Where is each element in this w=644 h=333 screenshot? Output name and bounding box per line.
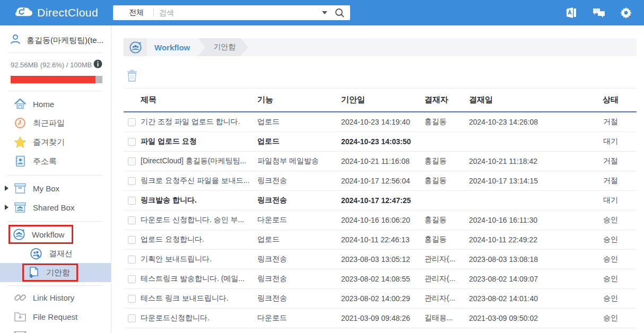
user-icon bbox=[10, 33, 21, 47]
recent-files-icon bbox=[14, 117, 27, 129]
column-header-title[interactable]: 제목 bbox=[141, 95, 257, 105]
storage-usage-text: 92.56MB (92.6%) / 100MB bbox=[11, 61, 92, 69]
workflow-red-highlight-box: Workflow bbox=[8, 225, 73, 244]
row-checkbox[interactable] bbox=[128, 197, 136, 205]
row-approval-date: 2023-08-02 14:09:07 bbox=[469, 275, 585, 283]
directcloud-logo[interactable]: DirectCloud bbox=[15, 5, 108, 20]
search-icon[interactable] bbox=[335, 8, 345, 18]
row-checkbox-cell bbox=[124, 197, 141, 205]
sidebar-item-link-history[interactable]: Link History bbox=[0, 288, 111, 307]
column-header-status[interactable]: 상태 bbox=[585, 95, 637, 105]
storage-info: 92.56MB (92.6%) / 100MB bbox=[0, 53, 111, 71]
search-scope-select[interactable]: 전체 bbox=[113, 8, 153, 17]
sidebar-item-my-box[interactable]: My Box bbox=[0, 179, 111, 198]
row-approver: 홍길동 bbox=[424, 156, 469, 166]
row-title[interactable]: 기획안 보내드립니다. bbox=[141, 255, 257, 264]
sidebar-item-file-request[interactable]: File Request bbox=[0, 307, 111, 326]
shared-box-icon bbox=[14, 202, 27, 213]
breadcrumb-root[interactable]: Workflow bbox=[154, 43, 190, 52]
column-header-function[interactable]: 기능 bbox=[257, 95, 341, 105]
draftbox-red-highlight-box: 기안함 bbox=[22, 264, 78, 282]
table-row[interactable]: 다운로드 신청합니다. 승인 부... 다운로드 2024-10-16 16:0… bbox=[124, 211, 637, 230]
office-a-icon[interactable] bbox=[564, 6, 578, 20]
row-title[interactable]: 다운로드 신청합니다. 승인 부... bbox=[141, 215, 257, 225]
row-checkbox[interactable] bbox=[128, 236, 136, 244]
expand-triangle-icon[interactable] bbox=[5, 205, 8, 210]
row-draft-date: 2024-10-11 22:46:13 bbox=[341, 235, 424, 244]
row-checkbox[interactable] bbox=[128, 138, 136, 146]
mail-icon bbox=[14, 331, 27, 333]
row-function: 업로드 bbox=[257, 235, 341, 244]
table-row[interactable]: 기간 조정 파일 업로드 합니다. 업로드 2024-10-23 14:19:4… bbox=[124, 112, 637, 132]
table-row[interactable]: 파일 업로드 요청 업로드 2024-10-23 14:03:50 대기 bbox=[124, 132, 637, 152]
table-row[interactable]: 업로드 요청합니다. 업로드 2024-10-11 22:46:13 홍길동 2… bbox=[124, 230, 637, 250]
row-checkbox[interactable] bbox=[128, 118, 136, 126]
row-checkbox-cell bbox=[124, 275, 141, 283]
sidebar-item-workflow[interactable]: Workflow bbox=[0, 225, 111, 244]
address-book-icon bbox=[14, 155, 27, 167]
column-header-draft-date[interactable]: 기안일 bbox=[341, 95, 424, 105]
row-title[interactable]: 기간 조정 파일 업로드 합니다. bbox=[141, 117, 257, 127]
row-checkbox[interactable] bbox=[128, 295, 136, 303]
row-title[interactable]: [DirectCloud] 홍길동(마케팅팀... bbox=[141, 156, 257, 166]
gear-icon[interactable] bbox=[620, 6, 632, 19]
row-approver: 관리자(... bbox=[424, 274, 469, 284]
expand-triangle-icon[interactable] bbox=[5, 186, 8, 191]
sidebar-item-label: 즐겨찾기 bbox=[33, 137, 65, 147]
row-function: 파일첨부 메일발송 bbox=[257, 156, 341, 166]
row-checkbox-cell bbox=[124, 314, 141, 322]
row-title[interactable]: 링크발송 합니다. bbox=[141, 196, 257, 205]
trash-icon[interactable] bbox=[126, 68, 138, 83]
sidebar-item-shared-box[interactable]: Shared Box bbox=[0, 198, 111, 217]
draftbox-icon bbox=[27, 266, 40, 279]
chat-icon[interactable] bbox=[592, 6, 606, 19]
table-row[interactable]: 기획안 보내드립니다. 링크전송 2023-08-03 13:05:12 관리자… bbox=[124, 250, 637, 269]
sidebar-item-favorites[interactable]: 즐겨찾기 bbox=[0, 133, 111, 152]
row-checkbox[interactable] bbox=[128, 314, 136, 322]
table-row[interactable]: 테스트 링크 보내드립니다. 링크전송 2023-08-02 14:00:29 … bbox=[124, 289, 637, 309]
sidebar-item-mail[interactable]: Mail bbox=[0, 326, 111, 333]
row-status: 승인 bbox=[585, 274, 637, 284]
row-title[interactable]: 파일 업로드 요청 bbox=[141, 137, 257, 146]
row-title[interactable]: 테스트 링크 보내드립니다. bbox=[141, 294, 257, 303]
user-profile[interactable]: 홍길동(마케팅팀)(te... bbox=[0, 25, 111, 52]
row-approval-date: 2024-10-23 14:26:08 bbox=[469, 118, 585, 126]
sidebar-item-approval-line[interactable]: 결재선 bbox=[0, 244, 111, 263]
sidebar-item-address-book[interactable]: 주소록 bbox=[0, 152, 111, 171]
info-icon[interactable] bbox=[93, 59, 102, 71]
table-row[interactable]: 링크로 요청주신 파일을 보내드... 링크전송 2024-10-17 12:5… bbox=[124, 171, 637, 191]
favorites-star-icon bbox=[14, 136, 27, 148]
table-row[interactable]: 다운로드신청합니다. 다운로드 2021-03-09 09:48:26 길태용.… bbox=[124, 309, 637, 328]
row-checkbox[interactable] bbox=[128, 275, 136, 283]
sidebar-item-home[interactable]: Home bbox=[0, 94, 111, 113]
sidebar-item-label: Workflow bbox=[32, 230, 64, 239]
sidebar-item-label: 기안함 bbox=[46, 268, 70, 278]
row-checkbox[interactable] bbox=[128, 157, 136, 165]
sidebar-item-label: 최근파일 bbox=[33, 118, 65, 128]
row-title[interactable]: 테스트링크 발송합니다. (메일... bbox=[141, 274, 257, 284]
table-row[interactable]: [DirectCloud] 홍길동(마케팅팀... 파일첨부 메일발송 2024… bbox=[124, 152, 637, 171]
column-header-approval-date[interactable]: 결재일 bbox=[469, 95, 585, 105]
row-title[interactable]: 업로드 요청합니다. bbox=[141, 235, 257, 244]
chevron-down-icon[interactable] bbox=[322, 11, 327, 14]
row-title[interactable]: 링크로 요청주신 파일을 보내드... bbox=[141, 176, 257, 186]
row-status: 승인 bbox=[585, 215, 637, 225]
sidebar-item-label: File Request bbox=[33, 312, 77, 321]
list-toolbar bbox=[124, 68, 637, 83]
row-title[interactable]: 다운로드신청합니다. bbox=[141, 313, 257, 323]
breadcrumb-workflow-icon[interactable] bbox=[124, 38, 147, 56]
sidebar-item-draftbox[interactable]: 기안함 bbox=[0, 263, 111, 282]
row-checkbox[interactable] bbox=[128, 216, 136, 224]
storage-progress-fill bbox=[11, 76, 95, 83]
row-approval-date: 2024-10-17 13:14:15 bbox=[469, 177, 585, 185]
row-status: 거절 bbox=[585, 156, 637, 166]
table-row[interactable]: 링크발송 합니다. 링크전송 2024-10-17 12:47:25 대기 bbox=[124, 191, 637, 211]
column-header-approver[interactable]: 결재자 bbox=[424, 95, 469, 105]
table-row[interactable]: 테스트링크 발송합니다. (메일... 링크전송 2023-08-02 14:0… bbox=[124, 269, 637, 289]
row-draft-date: 2024-10-16 16:06:20 bbox=[341, 216, 424, 224]
sidebar-item-recent-files[interactable]: 최근파일 bbox=[0, 113, 111, 133]
search-input[interactable] bbox=[154, 8, 322, 17]
row-function: 업로드 bbox=[257, 117, 341, 127]
row-checkbox[interactable] bbox=[128, 177, 136, 185]
row-checkbox[interactable] bbox=[128, 256, 136, 264]
